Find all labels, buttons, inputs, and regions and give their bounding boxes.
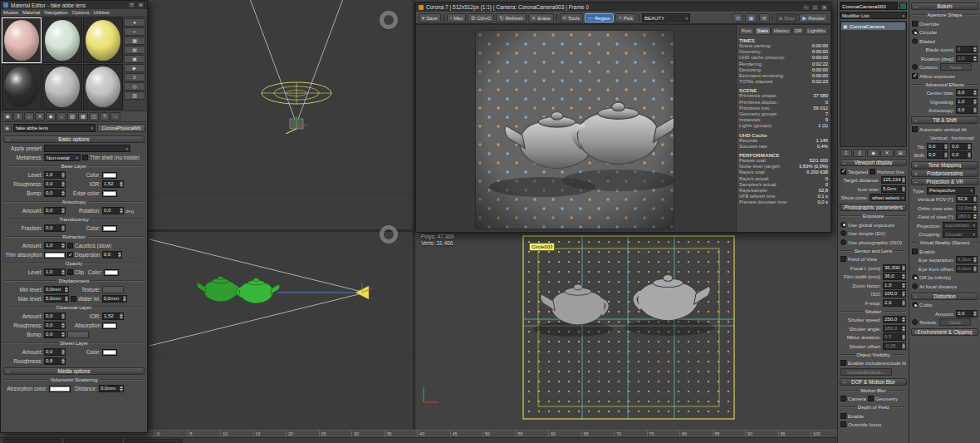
vfb-refresh-button[interactable]: ↻Refresh <box>496 13 526 22</box>
menu-utilities[interactable]: Utilities <box>93 10 109 15</box>
spinner-field[interactable]: 1,0 <box>883 282 906 289</box>
radio-button[interactable] <box>840 239 846 245</box>
dropdown[interactable]: equidistant▾ <box>943 222 978 229</box>
vfb-save-button[interactable]: ▾Save <box>419 13 441 22</box>
teapot-object[interactable] <box>197 277 238 303</box>
radio-button[interactable] <box>840 222 846 228</box>
radio-button[interactable] <box>912 64 918 70</box>
spinner-field[interactable]: 0,0 <box>956 89 978 96</box>
configure-modifier-sets-icon[interactable]: ⊞ <box>894 149 907 157</box>
show-end-result-icon[interactable]: ◫ <box>89 112 99 121</box>
spinner-field[interactable]: 0,0 <box>44 313 66 320</box>
backlight-icon[interactable]: ◐ <box>124 27 145 36</box>
timeline-tick[interactable]: 15 <box>253 431 261 437</box>
spinner-field[interactable]: 1,52 <box>102 313 124 320</box>
spinner-field[interactable]: 1,0 <box>44 242 66 249</box>
rollout-distortion[interactable]: −Distortion <box>911 293 978 300</box>
spinner-arrows[interactable] <box>119 313 123 319</box>
sample-type-icon[interactable]: ● <box>124 18 145 27</box>
spinner-arrows[interactable] <box>901 300 905 306</box>
menu-navigation[interactable]: Navigation <box>44 10 67 15</box>
timeline-tick[interactable]: 100 <box>811 431 821 437</box>
spinner-arrows[interactable] <box>61 190 65 196</box>
checkbox[interactable] <box>840 169 846 175</box>
checkbox[interactable] <box>912 249 918 254</box>
spinner-arrows[interactable] <box>64 287 68 293</box>
timeline-tick[interactable]: 5 <box>188 431 193 437</box>
spinner-arrows[interactable] <box>122 296 126 302</box>
viewport-splitter-horizontal[interactable] <box>148 229 414 232</box>
rollout-environment-clipping[interactable]: +Environment & Clipping <box>911 328 978 336</box>
pin-stack-icon[interactable]: ≡ <box>840 149 852 157</box>
small-button[interactable]: Include/Exclude... <box>840 368 892 376</box>
modifier-stack[interactable]: ▣CoronaCamera <box>840 21 907 147</box>
spinner-field[interactable]: 0,0 <box>927 143 948 150</box>
spinner-arrows[interactable] <box>901 291 905 297</box>
vfb-pick-button[interactable]: +Pick <box>615 13 636 22</box>
spinner-field[interactable]: 5,0cm <box>881 185 906 193</box>
vfb-erase-button[interactable]: ✕Erase <box>528 13 554 22</box>
rollout-tilt-shift[interactable]: −Tilt & Shift <box>911 116 978 124</box>
timeline-tick[interactable]: 35 <box>385 431 392 437</box>
spinner-arrows[interactable] <box>901 334 905 340</box>
rollout-projection-vr[interactable]: −Projection & VR <box>911 178 978 185</box>
material-name-dropdown[interactable]: fake abbe lens ▾ <box>13 124 96 132</box>
color-swatch[interactable] <box>104 269 119 276</box>
material-sample-slot[interactable] <box>2 64 42 110</box>
spinner-arrows[interactable] <box>61 332 65 337</box>
small-button[interactable] <box>67 331 89 338</box>
menu-options[interactable]: Options <box>72 10 90 15</box>
vfb-tab-dr[interactable]: DR <box>792 27 804 35</box>
rollout-bokeh[interactable]: −Bokeh <box>911 2 978 10</box>
material-sample-slot[interactable] <box>42 64 82 110</box>
spinner-field[interactable]: 0,0 <box>956 55 978 62</box>
rollout-dof-motion-blur[interactable]: −DOF & Motion Blur <box>840 378 907 386</box>
render-element-dropdown[interactable]: BEAUTY ▾ <box>642 13 690 22</box>
spinner-arrows[interactable] <box>61 322 65 328</box>
make-unique-icon[interactable]: ◆ <box>867 149 880 157</box>
spinner-arrows[interactable] <box>61 358 65 364</box>
spinner-field[interactable]: 0,0 <box>950 143 972 150</box>
spinner-arrows[interactable] <box>901 343 905 349</box>
spinner-field[interactable]: 0,0 <box>927 151 948 159</box>
timeline-tick[interactable]: 40 <box>417 431 424 437</box>
command-panel-column-1[interactable]: CoronaCamera003 Modifier List ▾ ▣CoronaC… <box>837 0 909 443</box>
checkbox[interactable] <box>840 256 846 262</box>
checkbox[interactable] <box>912 73 918 79</box>
spinner-arrows[interactable] <box>901 186 905 192</box>
timeline-tick[interactable]: 45 <box>450 431 458 437</box>
modifier-stack-item[interactable]: ▣CoronaCamera <box>841 22 905 30</box>
make-preview-icon[interactable]: ▶ <box>124 64 145 72</box>
spinner-field[interactable]: 1,0 <box>44 171 66 179</box>
spinner-field[interactable]: 0,0mm <box>102 295 127 303</box>
timeline-tick[interactable]: 10 <box>220 431 228 437</box>
spinner-field[interactable]: 1,52 <box>102 180 124 188</box>
show-end-result-icon[interactable]: ∥ <box>853 149 865 157</box>
spinner-field[interactable]: 6,3cm <box>956 256 978 263</box>
zoom-100-icon[interactable]: ▣ <box>745 13 757 22</box>
spinner-arrows[interactable] <box>973 266 977 272</box>
spinner-arrows[interactable] <box>967 144 971 150</box>
spinner-field[interactable]: 0,0 <box>44 224 66 232</box>
dropdown[interactable]: Perspective▾ <box>927 187 975 194</box>
spinner-field[interactable]: 0,0 <box>44 207 66 214</box>
spinner-field[interactable]: 250,0 <box>883 316 906 323</box>
timeline-ruler[interactable]: 0510152025303540455055606570758085909510… <box>148 430 837 437</box>
small-button[interactable] <box>102 286 124 293</box>
dropdown[interactable]: when selected▾ <box>870 194 906 201</box>
checkbox[interactable] <box>67 243 73 249</box>
material-sample-slot[interactable] <box>42 17 82 63</box>
help-icon[interactable]: ? <box>128 2 135 8</box>
spinner-field[interactable]: 180,0 <box>883 325 906 332</box>
spinner-arrows[interactable] <box>61 225 65 231</box>
spinner-arrows[interactable] <box>119 181 123 187</box>
menu-material[interactable]: Material <box>22 10 40 15</box>
checkbox[interactable] <box>868 396 874 401</box>
checkbox[interactable] <box>840 421 846 427</box>
spinner-arrows[interactable] <box>117 252 121 258</box>
spinner-arrows[interactable] <box>61 349 65 355</box>
stop-render-button[interactable]: ■Stop <box>776 13 797 22</box>
spinner-field[interactable]: 36,0 <box>883 273 906 280</box>
material-editor-window[interactable]: Material Editor - fake abbe lens ?✕ Mode… <box>0 0 148 433</box>
timeline-tick[interactable]: 80 <box>679 431 687 437</box>
